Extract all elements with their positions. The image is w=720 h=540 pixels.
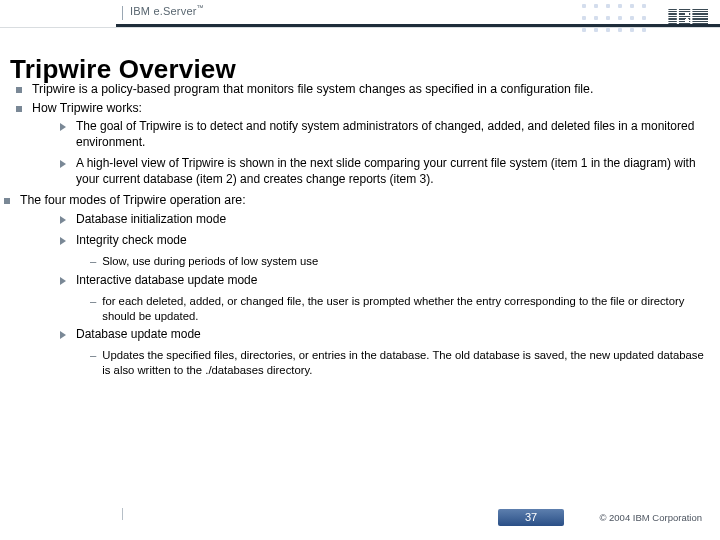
list-item: A high-level view of Tripwire is shown i… [60,156,710,187]
header-rule [0,24,720,27]
sub-sub-list: – Slow, use during periods of low system… [90,254,710,268]
list-text: Database initialization mode [76,212,226,227]
page-title: Tripwire Overview [10,54,710,85]
list-item: Tripwire is a policy-based program that … [16,82,710,98]
list-item: Database update mode [60,327,710,342]
list-text: A high-level view of Tripwire is shown i… [76,156,710,187]
list-text: The goal of Tripwire is to detect and no… [76,119,710,150]
list-text: Slow, use during periods of low system u… [102,254,318,268]
sub-sub-list: – for each deleted, added, or changed fi… [90,294,710,323]
list-item: Integrity check mode [60,233,710,248]
sub-list: Database initialization mode Integrity c… [60,212,710,378]
square-bullet-icon [4,198,10,204]
dash-bullet-icon: – [90,348,96,362]
footer-tick [122,508,123,520]
list-item: The four modes of Tripwire operation are… [4,193,710,209]
ibm-logo-icon [668,9,708,26]
list-item: Database initialization mode [60,212,710,227]
page-number-badge: 37 [498,509,564,526]
header-tick [122,6,123,20]
arrow-bullet-icon [60,237,66,245]
sub-sub-list: – Updates the specified files, directori… [90,348,710,377]
list-text: How Tripwire works: [32,101,142,117]
arrow-bullet-icon [60,160,66,168]
brand-label: IBM e.Server™ [130,4,204,17]
dash-bullet-icon: – [90,294,96,308]
arrow-bullet-icon [60,331,66,339]
arrow-bullet-icon [60,216,66,224]
decorative-dots [578,0,648,34]
list-item: – Updates the specified files, directori… [90,348,710,377]
brand-text: IBM e.Server [130,5,197,17]
list-text: The four modes of Tripwire operation are… [20,193,246,209]
list-item: How Tripwire works: [16,101,710,117]
brand-tm: ™ [197,4,204,11]
bullet-list: Tripwire is a policy-based program that … [12,82,710,377]
dash-bullet-icon: – [90,254,96,268]
square-bullet-icon [16,106,22,112]
list-item: Interactive database update mode [60,273,710,288]
list-item: – Slow, use during periods of low system… [90,254,710,268]
sub-list: The goal of Tripwire is to detect and no… [60,119,710,186]
square-bullet-icon [16,87,22,93]
footer-bar: 37 © 2004 IBM Corporation [0,498,720,540]
list-text: Updates the specified files, directories… [102,348,710,377]
header-bar: IBM e.Server™ [0,0,720,34]
list-item: The goal of Tripwire is to detect and no… [60,119,710,150]
arrow-bullet-icon [60,123,66,131]
header-right [578,0,708,34]
list-text: Interactive database update mode [76,273,257,288]
list-text: Tripwire is a policy-based program that … [32,82,593,98]
slide-content: Tripwire Overview Tripwire is a policy-b… [12,54,710,381]
arrow-bullet-icon [60,277,66,285]
copyright-text: © 2004 IBM Corporation [599,512,702,523]
list-text: Database update mode [76,327,201,342]
list-text: for each deleted, added, or changed file… [102,294,710,323]
list-text: Integrity check mode [76,233,187,248]
list-item: – for each deleted, added, or changed fi… [90,294,710,323]
